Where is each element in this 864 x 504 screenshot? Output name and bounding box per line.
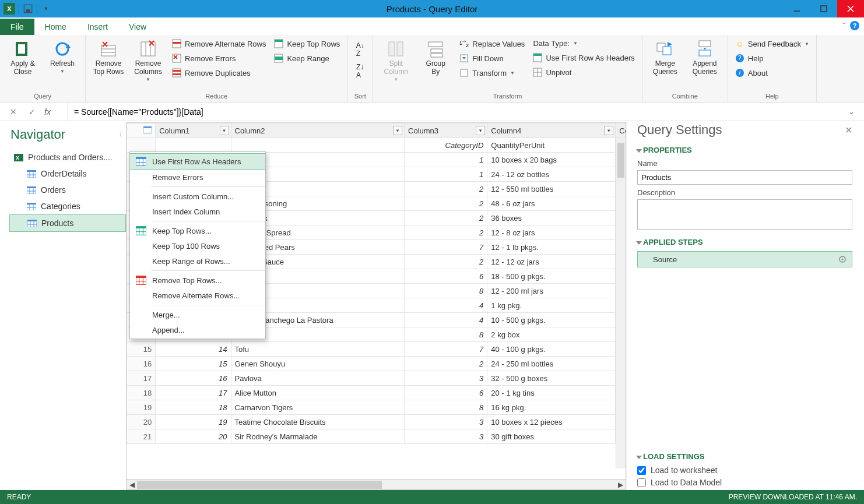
nav-item-orderdetails[interactable]: OrderDetails	[9, 165, 126, 182]
replace-values-button[interactable]: 12Replace Values	[457, 37, 527, 50]
column-filter-icon[interactable]: ▼	[604, 126, 613, 135]
load-to-data-model-checkbox[interactable]: Load to Data Model	[637, 478, 852, 487]
query-name-input[interactable]	[637, 170, 852, 185]
group-label-transform: Transform	[378, 91, 637, 101]
keep-range-button[interactable]: Keep Range	[272, 52, 342, 65]
data-type-button[interactable]: Data Type: ▼	[531, 37, 637, 50]
fx-icon[interactable]: fx	[44, 107, 62, 117]
svg-rect-90	[136, 276, 146, 278]
transform-menu-button[interactable]: Transform ▼	[457, 66, 527, 79]
remove-duplicates-button[interactable]: Remove Duplicates	[170, 66, 268, 79]
table-row[interactable]: 2120Sir Rodney's Marmalade330 gift boxes…	[127, 429, 627, 444]
send-feedback-button[interactable]: ☺Send Feedback ▼	[733, 37, 812, 50]
load-to-worksheet-checkbox[interactable]: Load to worksheet	[637, 466, 852, 475]
unpivot-button[interactable]: Unpivot	[531, 66, 637, 79]
column-header[interactable]: Column2▼	[231, 124, 405, 138]
column-filter-icon[interactable]: ▼	[393, 126, 402, 135]
cancel-formula-icon[interactable]: ✕	[7, 107, 20, 117]
ctx-item[interactable]: Append...	[130, 322, 265, 337]
append-queries-button[interactable]: Append Queries	[687, 37, 723, 78]
svg-rect-50	[699, 41, 711, 47]
refresh-button[interactable]: Refresh ▼	[44, 37, 80, 76]
svg-rect-33	[397, 42, 403, 56]
column-filter-icon[interactable]: ▼	[476, 126, 485, 135]
ctx-item[interactable]: Remove Top Rows...	[130, 273, 265, 288]
horizontal-scrollbar[interactable]: ◀▶	[126, 480, 626, 490]
svg-rect-1	[26, 9, 30, 12]
group-by-button[interactable]: Group By	[417, 37, 454, 78]
svg-text:X: X	[16, 155, 19, 161]
group-label-reduce: Reduce	[90, 91, 342, 101]
remove-columns-button[interactable]: Remove Columns ▼	[130, 37, 166, 84]
close-button[interactable]	[837, 0, 864, 17]
expand-formula-icon[interactable]: ⌄	[845, 107, 857, 116]
apply-close-button[interactable]: Apply & Close	[5, 37, 41, 78]
svg-rect-26	[173, 73, 181, 75]
ctx-item[interactable]: Insert Custom Column...	[130, 189, 265, 204]
table-row[interactable]: CategoryIDQuantityPerUnitUnitPriceU	[127, 138, 627, 153]
column-header[interactable]: Column1▼	[156, 124, 231, 138]
qat-dropdown-icon[interactable]: ▼	[41, 3, 51, 14]
ctx-item[interactable]: Keep Top 100 Rows	[130, 238, 265, 253]
ctx-item[interactable]: Merge...	[130, 307, 265, 322]
remove-errors-button[interactable]: Remove Errors	[170, 52, 268, 65]
tab-view[interactable]: View	[118, 19, 157, 35]
ctx-item[interactable]: Keep Top Rows...	[130, 223, 265, 238]
ctx-item[interactable]: Use First Row As Headers	[130, 153, 265, 170]
keep-top-rows-button[interactable]: Keep Top Rows	[272, 37, 342, 50]
titlebar: ▼ Products - Query Editor	[0, 0, 864, 17]
load-settings-heading: LOAD SETTINGS	[637, 452, 852, 461]
remove-top-rows-button[interactable]: Remove Top Rows	[90, 37, 127, 78]
table-row[interactable]: 1817Alice Mutton620 - 1 kg tins39	[127, 386, 627, 400]
use-first-row-headers-button[interactable]: Use First Row As Headers	[531, 51, 637, 64]
column-header[interactable]: Column4▼	[487, 124, 616, 138]
sort-desc-button[interactable]: Z↓A	[354, 61, 366, 81]
collapse-ribbon-icon[interactable]: ˆ	[843, 22, 845, 30]
column-header[interactable]: Column5▼	[616, 124, 626, 138]
accept-formula-icon[interactable]: ✓	[26, 107, 38, 117]
ctx-item[interactable]: Remove Alternate Rows...	[130, 288, 265, 303]
nav-item-orders[interactable]: Orders	[9, 182, 126, 198]
remove-alternate-rows-button[interactable]: Remove Alternate Rows	[170, 37, 268, 50]
maximize-button[interactable]	[810, 0, 837, 17]
help-button[interactable]: ?Help	[733, 52, 812, 65]
table-row[interactable]: 1716Pavlova332 - 500 g boxes17.45	[127, 371, 627, 386]
table-row[interactable]: 1514Tofu740 - 100 g pkgs.23.25	[127, 342, 627, 357]
ctx-item[interactable]: Remove Errors	[130, 170, 265, 185]
svg-rect-51	[699, 50, 711, 56]
column-header[interactable]: Column3▼	[405, 124, 487, 138]
column-filter-icon[interactable]: ▼	[220, 126, 229, 135]
ctx-item[interactable]: Insert Index Column	[130, 204, 265, 219]
group-label-sort: Sort	[352, 91, 368, 101]
table-row[interactable]: 1918Carnarvon Tigers816 kg pkg.62.5	[127, 400, 627, 415]
description-input[interactable]	[637, 199, 852, 230]
table-blue-icon	[136, 157, 146, 166]
fill-down-button[interactable]: Fill Down	[457, 52, 527, 65]
tab-file[interactable]: File	[0, 19, 34, 35]
tab-insert[interactable]: Insert	[77, 19, 118, 35]
ctx-item[interactable]: Keep Range of Rows...	[130, 253, 265, 269]
table-row[interactable]: 1615Genen Shouyu224 - 250 ml bottles15.5	[127, 357, 627, 371]
merge-queries-button[interactable]: Merge Queries	[647, 37, 683, 78]
help-icon[interactable]: ?	[850, 21, 859, 30]
tab-home[interactable]: Home	[34, 19, 77, 35]
applied-step-source[interactable]: Source	[637, 251, 852, 267]
nav-item-categories[interactable]: Categories	[9, 198, 126, 214]
svg-rect-21	[173, 42, 181, 44]
nav-item-products[interactable]: Products	[9, 214, 126, 232]
about-button[interactable]: iAbout	[733, 66, 812, 79]
formula-input[interactable]	[68, 103, 840, 121]
vertical-scrollbar[interactable]	[616, 138, 626, 468]
svg-rect-3	[821, 6, 827, 12]
table-row[interactable]: 2019Teatime Chocolate Biscuits310 boxes …	[127, 415, 627, 429]
gear-icon[interactable]	[838, 255, 847, 264]
svg-rect-29	[275, 40, 283, 42]
collapse-navigator-icon[interactable]: 〈	[115, 130, 122, 140]
properties-heading: PROPERTIES	[637, 146, 852, 154]
split-column-button[interactable]: Split Column ▼	[378, 37, 414, 84]
close-settings-icon[interactable]: ✕	[845, 125, 852, 136]
minimize-button[interactable]	[784, 0, 810, 17]
qat-save-icon[interactable]	[23, 3, 33, 14]
nav-root[interactable]: XProducts and Orders....	[9, 149, 126, 165]
sort-asc-button[interactable]: A↓Z	[354, 40, 367, 59]
